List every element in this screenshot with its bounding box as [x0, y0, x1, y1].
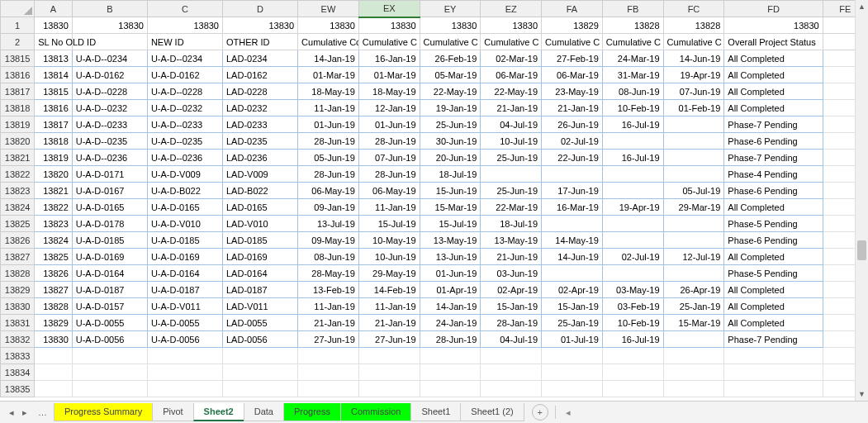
header-cell[interactable]: Cumulative C [663, 34, 724, 50]
row-header[interactable]: 13821 [1, 150, 35, 166]
cell[interactable]: 15-Jul-19 [420, 216, 481, 232]
cell[interactable]: 21-Jan-19 [542, 100, 603, 116]
cell[interactable]: U-A-D-0185 [72, 232, 147, 249]
cell[interactable]: 03-May-19 [602, 282, 663, 298]
cell[interactable] [663, 216, 724, 232]
cell[interactable]: 28-Jun-19 [358, 133, 420, 150]
cell[interactable]: 18-Jul-19 [420, 166, 481, 183]
cell[interactable]: LAD-0055 [222, 315, 297, 331]
cell[interactable]: 15-Jun-19 [420, 183, 481, 199]
cell[interactable]: 11-Jan-19 [358, 199, 420, 216]
cell[interactable]: All Completed [724, 249, 823, 265]
cell[interactable] [602, 166, 663, 183]
cell[interactable]: LAD-V009 [222, 166, 297, 183]
cell[interactable]: 07-Jun-19 [663, 83, 724, 100]
column-header-EY[interactable]: EY [420, 1, 481, 17]
cell[interactable]: U-A-D-0056 [147, 331, 222, 348]
row-header-2[interactable]: 2 [1, 34, 35, 50]
cell[interactable]: 28-Jun-19 [358, 166, 420, 183]
cell[interactable] [663, 348, 724, 364]
cell[interactable]: U-A-D--0228 [147, 83, 222, 100]
cell[interactable]: All Completed [724, 100, 823, 116]
cell[interactable]: U-A-D--0233 [72, 116, 147, 133]
cell[interactable]: LAD-0234 [222, 50, 297, 67]
cell[interactable]: 26-Apr-19 [663, 282, 724, 298]
sheet-tab[interactable]: Sheet2 [193, 403, 244, 421]
cell[interactable]: LAD-0235 [222, 133, 297, 150]
cell[interactable] [663, 232, 724, 249]
cell[interactable]: 13816 [35, 100, 73, 116]
cell[interactable]: 13827 [35, 282, 73, 298]
cell[interactable]: U-A-D-B022 [147, 183, 222, 199]
tab-nav-next-icon[interactable]: ▸ [19, 406, 31, 419]
cell[interactable] [298, 381, 359, 397]
cell[interactable]: 16-Jan-19 [358, 50, 420, 67]
column-header-A[interactable]: A [35, 1, 73, 17]
row-header[interactable]: 13824 [1, 199, 35, 216]
cell[interactable]: 13-Jun-19 [420, 249, 481, 265]
cell[interactable]: U-A-D--0228 [72, 83, 147, 100]
cell[interactable]: 18-Jul-19 [481, 216, 542, 232]
cell[interactable] [602, 348, 663, 364]
cell[interactable]: 13818 [35, 133, 73, 150]
cell[interactable] [602, 381, 663, 397]
cell[interactable] [147, 381, 222, 397]
cell[interactable]: 13828 [35, 298, 73, 315]
cell[interactable]: U-A-D--0236 [147, 150, 222, 166]
cell[interactable]: 09-May-19 [298, 232, 359, 249]
cell[interactable]: Phase-6 Pending [724, 133, 823, 150]
cell[interactable]: U-A-D--0234 [147, 50, 222, 67]
cell[interactable]: 31-Mar-19 [602, 67, 663, 83]
cell[interactable] [602, 364, 663, 381]
cell[interactable] [663, 331, 724, 348]
cell[interactable]: 19-Jan-19 [420, 100, 481, 116]
cell[interactable]: 19-Apr-19 [602, 199, 663, 216]
cell[interactable]: 01-Jul-19 [542, 331, 603, 348]
cell[interactable]: 13830 [358, 17, 420, 34]
row-header-1[interactable]: 1 [1, 17, 35, 34]
cell[interactable]: 26-Jun-19 [542, 116, 603, 133]
scroll-up-arrow[interactable]: ▲ [856, 0, 868, 13]
header-cell[interactable]: Cumulative Co [298, 34, 359, 50]
cell[interactable]: 13830 [72, 17, 147, 34]
cell[interactable]: 25-Jun-19 [420, 116, 481, 133]
cell[interactable]: U-A-D-0185 [147, 232, 222, 249]
select-all-corner[interactable] [1, 1, 35, 17]
cell[interactable] [222, 381, 297, 397]
row-header[interactable]: 13825 [1, 216, 35, 232]
cell[interactable] [298, 348, 359, 364]
cell[interactable]: 15-Jan-19 [481, 298, 542, 315]
spreadsheet-grid[interactable]: ABCDEWEXEYEZFAFBFCFDFE 11383013830138301… [0, 0, 868, 400]
cell[interactable]: 13820 [35, 166, 73, 183]
cell[interactable]: LAD-V010 [222, 216, 297, 232]
cell[interactable]: Phase-4 Pending [724, 166, 823, 183]
cell[interactable]: U-A-D--0235 [72, 133, 147, 150]
cell[interactable]: 22-May-19 [420, 83, 481, 100]
cell[interactable]: Phase-7 Pending [724, 331, 823, 348]
cell[interactable]: 04-Jul-19 [481, 331, 542, 348]
cell[interactable]: 05-Jul-19 [663, 183, 724, 199]
cell[interactable]: All Completed [724, 315, 823, 331]
header-cell[interactable]: Cumulative C [602, 34, 663, 50]
sheet-tab[interactable]: Sheet1 (2) [460, 403, 524, 421]
cell[interactable]: 13830 [298, 17, 359, 34]
cell[interactable] [358, 348, 420, 364]
column-header-row[interactable]: ABCDEWEXEYEZFAFBFCFDFE [1, 1, 868, 17]
cell[interactable]: 10-Jun-19 [358, 249, 420, 265]
cell[interactable]: 23-May-19 [542, 83, 603, 100]
row-header[interactable]: 13817 [1, 83, 35, 100]
column-header-FD[interactable]: FD [724, 1, 823, 17]
cell[interactable] [542, 216, 603, 232]
row-header[interactable]: 13833 [1, 348, 35, 364]
cell[interactable]: 29-May-19 [358, 265, 420, 282]
column-header-FC[interactable]: FC [663, 1, 724, 17]
cell[interactable]: U-A-D-0171 [72, 166, 147, 183]
cell[interactable] [481, 381, 542, 397]
cell[interactable]: 29-Mar-19 [663, 199, 724, 216]
cell[interactable]: All Completed [724, 50, 823, 67]
cell[interactable]: U-A-D-0187 [72, 282, 147, 298]
cell[interactable]: 13813 [35, 50, 73, 67]
cell[interactable]: Phase-6 Pending [724, 183, 823, 199]
cell[interactable]: Phase-5 Pending [724, 265, 823, 282]
cell[interactable]: 05-Mar-19 [420, 67, 481, 83]
